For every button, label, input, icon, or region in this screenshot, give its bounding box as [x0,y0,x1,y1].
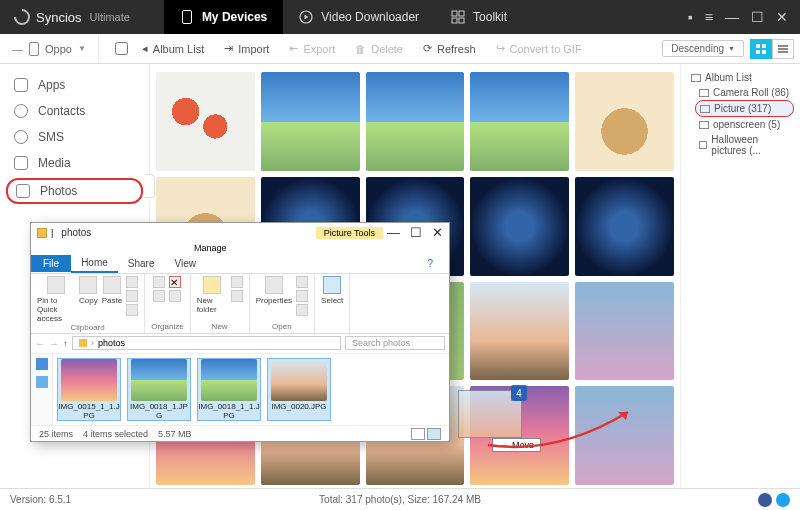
photo-thumb[interactable] [575,386,674,485]
file-name: IMG_0018_1.JPG [128,403,190,421]
album-openscreen[interactable]: openscreen (5) [687,117,794,132]
back-button[interactable]: ← [35,338,45,349]
svg-rect-11 [778,51,788,53]
select-button[interactable]: Select [321,276,343,305]
copy-path-icon[interactable] [126,290,138,302]
clipboard-group-label: Clipboard [70,323,104,332]
menu-view[interactable]: View [165,255,207,272]
file-item[interactable]: IMG_0020.JPG [267,358,331,422]
menu-file[interactable]: File [31,255,71,272]
forward-button[interactable]: → [49,338,59,349]
explorer-file-list: IMG_0015_1_1.JPG IMG_0018_1.JPG IMG_0018… [53,354,449,426]
explorer-title: photos [57,227,311,238]
photo-thumb[interactable] [470,282,569,381]
svg-rect-8 [762,50,766,54]
minimize-icon[interactable]: — [387,225,400,240]
up-button[interactable]: ↑ [63,338,68,349]
item-count: 25 items [39,429,73,439]
photo-thumb[interactable] [366,72,465,171]
search-field[interactable]: Search photos [345,336,445,350]
file-name: IMG_0018_1_1.JPG [198,403,260,421]
photo-thumb[interactable] [261,72,360,171]
maximize-icon[interactable]: ☐ [751,9,764,25]
file-thumb [201,359,257,401]
close-icon[interactable]: ✕ [432,225,443,240]
album-camera-roll[interactable]: Camera Roll (86) [687,85,794,100]
album-list-button[interactable]: ◂ Album List [132,34,214,63]
pin-button[interactable]: Pin to Quick access [37,276,75,323]
nav-toolkit[interactable]: Toolkit [435,0,523,34]
photo-thumb[interactable] [575,72,674,171]
phone-icon [180,10,194,24]
notification-icon[interactable]: ▪ [688,9,693,25]
facebook-icon[interactable] [758,493,772,507]
sort-dropdown[interactable]: Descending ▼ [662,40,744,57]
help-icon[interactable]: ? [417,255,443,272]
quick-access-icon[interactable] [36,358,48,370]
copy-to-icon[interactable] [153,290,165,302]
file-item[interactable]: IMG_0018_1_1.JPG [197,358,261,422]
explorer-titlebar[interactable]: | photos Picture Tools — ☐ ✕ [31,223,449,242]
twitter-icon[interactable] [776,493,790,507]
folder-icon [691,74,701,82]
nav-downloader-label: Video Downloader [321,10,419,24]
menu-share[interactable]: Share [118,255,165,272]
convert-gif-button[interactable]: ↪ Convert to GIF [486,34,592,63]
refresh-button[interactable]: ⟳ Refresh [413,34,486,63]
album-halloween[interactable]: Halloween pictures (... [687,132,794,158]
menu-home[interactable]: Home [71,254,118,273]
device-selector[interactable]: — Oppo ▼ [0,34,99,63]
new-folder-button[interactable]: New folder [197,276,227,314]
album-picture[interactable]: Picture (317) [695,100,794,117]
file-item[interactable]: IMG_0018_1.JPG [127,358,191,422]
photo-thumb[interactable] [470,177,569,276]
thumb-view-icon[interactable] [427,428,441,440]
nav-video-downloader[interactable]: Video Downloader [283,0,435,34]
import-label: Import [238,43,269,55]
cut-icon[interactable] [126,276,138,288]
easy-access-icon[interactable] [231,290,243,302]
history-icon[interactable] [296,304,308,316]
svg-rect-1 [452,11,457,16]
import-button[interactable]: ⇥ Import [214,34,279,63]
select-all-checkbox[interactable] [115,42,128,55]
selected-count: 4 items selected [83,429,148,439]
details-view-icon[interactable] [411,428,425,440]
file-explorer-window[interactable]: | photos Picture Tools — ☐ ✕ Manage File… [30,222,450,442]
photo-thumb[interactable] [575,177,674,276]
sidebar-item-photos[interactable]: Photos [6,178,143,204]
close-icon[interactable]: ✕ [776,9,788,25]
paste-button[interactable]: Paste [102,276,122,305]
maximize-icon[interactable]: ☐ [410,225,422,240]
new-item-icon[interactable] [231,276,243,288]
delete-button[interactable]: 🗑 Delete [345,34,413,63]
sidebar-item-apps[interactable]: Apps [0,72,149,98]
desktop-icon[interactable] [36,376,48,388]
delete-icon[interactable]: ✕ [169,276,181,288]
nav-my-devices[interactable]: My Devices [164,0,283,34]
rename-icon[interactable] [169,290,181,302]
paste-shortcut-icon[interactable] [126,304,138,316]
minimize-icon[interactable]: — [725,9,739,25]
photo-thumb[interactable] [156,72,255,171]
open-icon[interactable] [296,276,308,288]
properties-button[interactable]: Properties [256,276,292,305]
sidebar-item-media[interactable]: Media [0,150,149,176]
explorer-manage-tab[interactable]: Manage [186,242,235,254]
photo-thumb[interactable] [470,72,569,171]
sidebar-item-contacts[interactable]: Contacts [0,98,149,124]
play-circle-icon [299,10,313,24]
move-to-icon[interactable] [153,276,165,288]
edit-icon[interactable] [296,290,308,302]
list-view-button[interactable] [772,39,794,59]
photo-thumb[interactable] [575,282,674,381]
menu-icon[interactable]: ≡ [705,9,713,25]
sidebar-item-sms[interactable]: SMS [0,124,149,150]
sidebar-collapse-handle[interactable] [145,174,155,198]
copy-button[interactable]: Copy [79,276,98,305]
file-item[interactable]: IMG_0015_1_1.JPG [57,358,121,422]
explorer-contextual-tab[interactable]: Picture Tools [316,227,383,239]
grid-view-button[interactable] [750,39,772,59]
export-button[interactable]: ⇤ Export [279,34,345,63]
address-field[interactable]: › photos [72,336,341,350]
